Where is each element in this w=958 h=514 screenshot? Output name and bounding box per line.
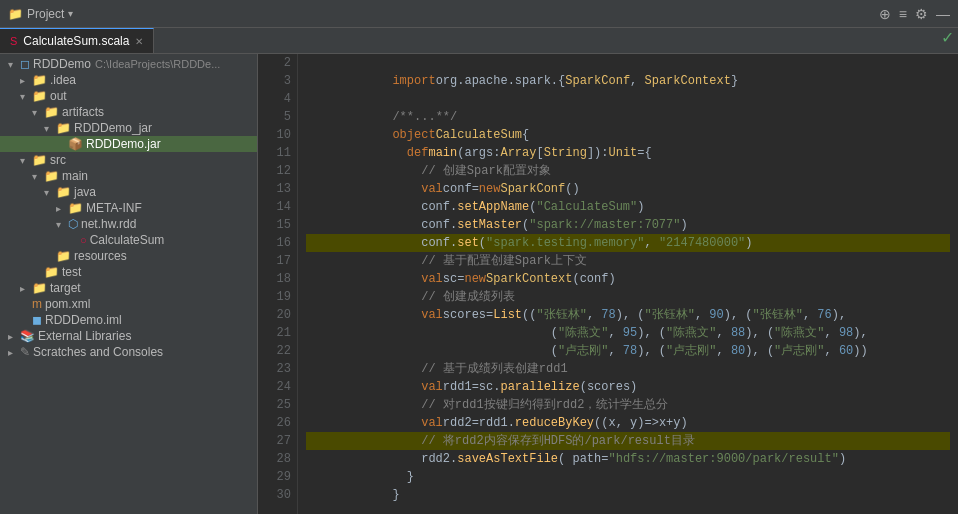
code-area: 2 3 4 5 10 11 12 13 14 15 16 17 18 19 20…	[258, 54, 958, 514]
code-content[interactable]: import org.apache.spark.{SparkConf, Spar…	[298, 54, 958, 514]
scala-icon: ○	[80, 234, 87, 246]
tree-item-target[interactable]: 📁 target	[0, 280, 257, 296]
tree-item-main[interactable]: 📁 main	[0, 168, 257, 184]
minimize-icon[interactable]: —	[936, 6, 950, 22]
tree-item-calculatesum[interactable]: ○ CalculateSum	[0, 232, 257, 248]
arrow-src	[20, 155, 30, 166]
code-line-29: }	[306, 468, 950, 486]
folder-icon-metainf: 📁	[68, 201, 83, 215]
calculatesum-label: CalculateSum	[90, 233, 165, 247]
top-bar: 📁 Project ▾ ⊕ ≡ ⚙ —	[0, 0, 958, 28]
pom-label: pom.xml	[45, 297, 90, 311]
code-tab-content: 2 3 4 5 10 11 12 13 14 15 16 17 18 19 20…	[258, 54, 958, 514]
main-content: ◻ RDDDemo C:\IdeaProjects\RDDDe... 📁 .id…	[0, 54, 958, 514]
checkmark-icon: ✓	[941, 28, 958, 53]
folder-icon-src: 📁	[32, 153, 47, 167]
tree-item-pom[interactable]: m pom.xml	[0, 296, 257, 312]
module-icon: ◻	[20, 57, 30, 71]
iml-label: RDDDemo.iml	[45, 313, 122, 327]
package-icon: ⬡	[68, 217, 78, 231]
folder-icon-java: 📁	[56, 185, 71, 199]
tree-item-java[interactable]: 📁 java	[0, 184, 257, 200]
code-line-3: import org.apache.spark.{SparkConf, Spar…	[306, 72, 950, 90]
arrow-metainf	[56, 203, 66, 214]
lib-icon: 📚	[20, 329, 35, 343]
code-line-2	[306, 54, 950, 72]
idea-label: .idea	[50, 73, 76, 87]
folder-icon-main: 📁	[44, 169, 59, 183]
folder-icon-test: 📁	[44, 265, 59, 279]
scala-file-icon: S	[10, 35, 17, 47]
folder-icon-artifacts: 📁	[44, 105, 59, 119]
java-label: java	[74, 185, 96, 199]
metainf-label: META-INF	[86, 201, 142, 215]
resources-label: resources	[74, 249, 127, 263]
scratches-label: Scratches and Consoles	[33, 345, 163, 359]
arrow-scratches	[8, 347, 18, 358]
arrow-package	[56, 219, 66, 230]
tree-item-package[interactable]: ⬡ net.hw.rdd	[0, 216, 257, 232]
folder-icon-target: 📁	[32, 281, 47, 295]
artifacts-label: artifacts	[62, 105, 104, 119]
line-numbers: 2 3 4 5 10 11 12 13 14 15 16 17 18 19 20…	[258, 54, 298, 514]
tree-item-metainf[interactable]: 📁 META-INF	[0, 200, 257, 216]
xml-icon: m	[32, 297, 42, 311]
arrow-idea	[20, 75, 30, 86]
arrow-target	[20, 283, 30, 294]
tree-item-idea[interactable]: 📁 .idea	[0, 72, 257, 88]
folder-icon-resources: 📁	[56, 249, 71, 263]
arrow-java	[44, 187, 54, 198]
iml-icon: ◼	[32, 313, 42, 327]
code-line-5: /**...**/	[306, 108, 950, 126]
tree-item-src[interactable]: 📁 src	[0, 152, 257, 168]
rdddemo-jar-folder-label: RDDDemo_jar	[74, 121, 152, 135]
arrow-ext-lib	[8, 331, 18, 342]
arrow-rdddemo	[8, 59, 18, 70]
folder-icon-out: 📁	[32, 89, 47, 103]
target-label: target	[50, 281, 81, 295]
project-tree: ◻ RDDDemo C:\IdeaProjects\RDDDe... 📁 .id…	[0, 54, 257, 362]
add-icon[interactable]: ⊕	[879, 6, 891, 22]
arrow-artifacts	[32, 107, 42, 118]
tree-item-test[interactable]: 📁 test	[0, 264, 257, 280]
folder-icon-idea: 📁	[32, 73, 47, 87]
tree-item-scratches[interactable]: ✎ Scratches and Consoles	[0, 344, 257, 360]
tab-close-icon[interactable]: ✕	[135, 36, 143, 47]
tree-item-external-libraries[interactable]: 📚 External Libraries	[0, 328, 257, 344]
tree-item-rdddemo-jar-file[interactable]: 📦 RDDDemo.jar	[0, 136, 257, 152]
rdddemo-jar-label: RDDDemo.jar	[86, 137, 161, 151]
rdddemo-label: RDDDemo	[33, 57, 91, 71]
src-label: src	[50, 153, 66, 167]
jar-icon: 📦	[68, 137, 83, 151]
tree-item-iml[interactable]: ◼ RDDDemo.iml	[0, 312, 257, 328]
layout-icon[interactable]: ≡	[899, 6, 907, 22]
tree-item-artifacts[interactable]: 📁 artifacts	[0, 104, 257, 120]
tree-item-resources[interactable]: 📁 resources	[0, 248, 257, 264]
tab-calculatesum[interactable]: S CalculateSum.scala ✕	[0, 28, 154, 53]
folder-icon-rdddemo-jar: 📁	[56, 121, 71, 135]
project-sidebar: ◻ RDDDemo C:\IdeaProjects\RDDDe... 📁 .id…	[0, 54, 258, 514]
tree-item-rdddemo[interactable]: ◻ RDDDemo C:\IdeaProjects\RDDDe...	[0, 56, 257, 72]
scratch-icon: ✎	[20, 345, 30, 359]
project-title: 📁 Project ▾	[8, 7, 73, 21]
project-icon: 📁	[8, 7, 23, 21]
code-line-4	[306, 90, 950, 108]
dropdown-arrow[interactable]: ▾	[68, 8, 73, 19]
test-label: test	[62, 265, 81, 279]
arrow-main	[32, 171, 42, 182]
arrow-out	[20, 91, 30, 102]
tab-label: CalculateSum.scala	[23, 34, 129, 48]
project-label: Project	[27, 7, 64, 21]
settings-icon[interactable]: ⚙	[915, 6, 928, 22]
tree-item-rdddemo-jar-folder[interactable]: 📁 RDDDemo_jar	[0, 120, 257, 136]
arrow-rdddemo-jar-folder	[44, 123, 54, 134]
tree-item-out[interactable]: 📁 out	[0, 88, 257, 104]
rdddemo-path: C:\IdeaProjects\RDDDe...	[95, 58, 220, 70]
tab-bar: S CalculateSum.scala ✕ ✓	[0, 28, 958, 54]
main-label: main	[62, 169, 88, 183]
package-label: net.hw.rdd	[81, 217, 136, 231]
ext-lib-label: External Libraries	[38, 329, 131, 343]
out-label: out	[50, 89, 67, 103]
top-bar-actions: ⊕ ≡ ⚙ —	[879, 6, 950, 22]
